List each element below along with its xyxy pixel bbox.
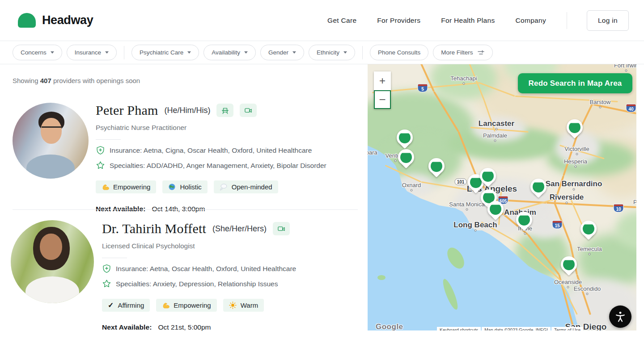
insurance-value: Aetna, Oscar Health, Oxford, United Heal… bbox=[150, 265, 296, 272]
provider-map-pin[interactable] bbox=[398, 149, 414, 165]
filter-psychiatric-care[interactable]: Psychiatric Care bbox=[131, 45, 199, 60]
provider-map-pin[interactable] bbox=[567, 119, 583, 135]
filter-gender[interactable]: Gender bbox=[260, 45, 304, 60]
sun-icon bbox=[229, 301, 237, 309]
map-attribution: Keyboard shortcutsMap data ©2023 Google,… bbox=[437, 327, 583, 330]
login-button[interactable]: Log in bbox=[587, 10, 629, 31]
google-logo[interactable]: Google bbox=[376, 322, 403, 330]
filter-ethnicity[interactable]: Ethnicity bbox=[309, 45, 355, 60]
provider-map-pin[interactable] bbox=[530, 179, 547, 195]
nav-item-for-providers[interactable]: For Providers bbox=[377, 17, 420, 25]
insurance-row: Insurance: Aetna, Oscar Health, Oxford, … bbox=[102, 264, 370, 273]
map-city-dot bbox=[475, 230, 477, 232]
provider-map-pin[interactable] bbox=[561, 256, 577, 272]
map-attribution-item[interactable]: Terms of Use bbox=[551, 327, 583, 330]
headway-pin-icon bbox=[399, 132, 411, 143]
globe-icon bbox=[168, 183, 176, 191]
map-city-label: Long Beach bbox=[453, 221, 497, 230]
divider bbox=[102, 258, 127, 258]
bicep-icon bbox=[162, 301, 169, 309]
specialties-row: Specialties: ADD/ADHD, Anger Management,… bbox=[96, 161, 364, 170]
filter-insurance[interactable]: Insurance bbox=[67, 45, 117, 60]
nav-item-for-health-plans[interactable]: For Health Plans bbox=[441, 17, 495, 25]
specialties-label: Specialties: bbox=[116, 280, 151, 288]
headway-pin-icon bbox=[533, 181, 544, 192]
filter-concerns[interactable]: Concerns bbox=[13, 45, 62, 60]
next-available-row: Next Available: Oct 21st, 5:00pm bbox=[102, 323, 370, 331]
filter-psychiatric-care-label: Psychiatric Care bbox=[140, 49, 183, 56]
map-city-label: Santa Barbara bbox=[368, 149, 377, 156]
us-route-shield: 101 bbox=[455, 179, 467, 185]
trait-label: Warm bbox=[241, 301, 258, 309]
map-city-dot bbox=[524, 233, 526, 235]
provider-photo bbox=[11, 220, 94, 303]
provider-card-tahirih-moffett[interactable]: Dr. Tahirih Moffett (She/Her/Hers) Licen… bbox=[11, 220, 370, 331]
provider-map-pin[interactable] bbox=[397, 130, 413, 146]
next-available-label: Next Available: bbox=[96, 205, 145, 213]
filter-phone-consults[interactable]: Phone Consults bbox=[370, 45, 428, 60]
map-city-label: Lancaster bbox=[479, 119, 514, 128]
trait-chip-affirming: ✓ Affirming bbox=[102, 299, 150, 312]
interstate-shield: 40 bbox=[626, 104, 636, 113]
headway-pin-icon bbox=[482, 170, 494, 182]
trait-label: Holistic bbox=[180, 183, 201, 191]
divider bbox=[96, 139, 121, 140]
specialties-label: Specialties: bbox=[110, 162, 145, 169]
trait-chip-holistic: Holistic bbox=[162, 180, 207, 193]
provider-map-pin[interactable] bbox=[487, 201, 504, 217]
filter-availability[interactable]: Availability bbox=[203, 45, 256, 60]
star-icon bbox=[102, 279, 111, 288]
trait-label: Open-minded bbox=[232, 183, 272, 191]
shield-plus-icon bbox=[102, 264, 111, 273]
specialties-value: Anxiety, Depression, Relationship Issues bbox=[153, 280, 278, 288]
zoom-in-button[interactable]: + bbox=[374, 71, 391, 90]
map-city-label: Fort Irwin bbox=[614, 64, 636, 69]
provider-photo bbox=[13, 103, 89, 179]
trait-chip-empowering: Empowering bbox=[156, 299, 216, 312]
zoom-out-button[interactable]: − bbox=[374, 90, 391, 109]
map-city-dot bbox=[625, 70, 627, 72]
map-city-label: Riverside bbox=[550, 193, 584, 202]
nav-item-get-care[interactable]: Get Care bbox=[327, 17, 356, 25]
provider-details: Dr. Tahirih Moffett (She/Her/Hers) Licen… bbox=[102, 220, 370, 331]
provider-map-pin[interactable] bbox=[428, 158, 445, 174]
map-city-dot bbox=[576, 153, 578, 155]
card-separator bbox=[13, 209, 358, 210]
interstate-shield: 5 bbox=[418, 84, 428, 92]
headway-pin-icon bbox=[490, 203, 501, 215]
map-city-label: Temecula bbox=[577, 246, 602, 252]
results-suffix: providers with openings soon bbox=[51, 77, 140, 84]
map-city-label: Oceanside bbox=[554, 279, 582, 285]
provider-map-pin[interactable] bbox=[480, 168, 496, 184]
filter-more-filters[interactable]: More Filters bbox=[433, 45, 492, 60]
provider-map-pin[interactable] bbox=[580, 221, 597, 237]
chevron-down-icon bbox=[187, 51, 191, 54]
provider-card-peter-pham[interactable]: Peter Pham (He/Him/His) Psychiatric Nurs… bbox=[13, 103, 364, 213]
map-attribution-item[interactable]: Map data ©2023 Google, INEGI bbox=[482, 327, 551, 330]
trait-label: Empowering bbox=[113, 183, 150, 191]
filter-insurance-label: Insurance bbox=[75, 49, 101, 56]
headway-pin-icon bbox=[400, 151, 412, 163]
provider-name[interactable]: Dr. Tahirih Moffett bbox=[102, 221, 206, 236]
map-attribution-item[interactable]: Keyboard shortcuts bbox=[437, 327, 481, 330]
video-session-chip bbox=[240, 104, 257, 117]
headway-pin-icon bbox=[431, 160, 442, 172]
provider-name[interactable]: Peter Pham bbox=[96, 103, 158, 118]
headway-logo[interactable]: Headway bbox=[18, 13, 93, 28]
accessibility-button[interactable] bbox=[609, 305, 631, 328]
star-icon bbox=[96, 161, 105, 170]
filter-divider bbox=[124, 46, 124, 59]
map-city-dot bbox=[599, 106, 602, 109]
redo-search-button[interactable]: Redo Search in Map Area bbox=[518, 73, 632, 93]
results-count-line: Showing 407 providers with openings soon bbox=[13, 77, 140, 84]
map-city-label: Oxnard bbox=[402, 182, 421, 188]
nav-item-company[interactable]: Company bbox=[516, 17, 546, 25]
map-city-label: Santa Monica bbox=[449, 201, 485, 208]
map-city-dot bbox=[494, 140, 496, 142]
google-map[interactable]: Fort IrwinTehachapiBarstowLancasterPalmd… bbox=[368, 64, 636, 330]
insurance-row: Insurance: Aetna, Cigna, Oscar Health, O… bbox=[96, 146, 364, 155]
headway-pin-icon bbox=[518, 214, 530, 226]
provider-map-pin[interactable] bbox=[516, 212, 532, 228]
trait-label: Empowering bbox=[174, 301, 211, 309]
check-icon: ✓ bbox=[108, 302, 114, 309]
